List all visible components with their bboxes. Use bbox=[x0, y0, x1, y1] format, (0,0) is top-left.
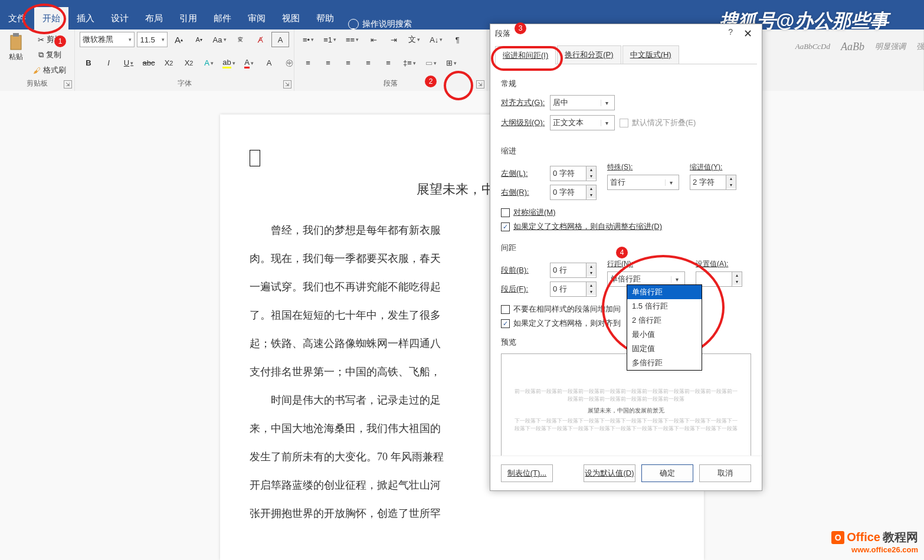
grow-font-button[interactable]: A▴ bbox=[170, 32, 188, 47]
spinner-down-icon[interactable]: ▾ bbox=[586, 173, 596, 179]
clipboard-launcher[interactable]: ⇲ bbox=[64, 80, 72, 89]
dialog-close-button[interactable]: ✕ bbox=[739, 27, 757, 40]
style-item-3[interactable]: 明显强调 bbox=[875, 41, 906, 52]
phonetic-guide-button[interactable]: 変 bbox=[231, 32, 249, 47]
tab-view[interactable]: 视图 bbox=[274, 7, 308, 30]
tab-home[interactable]: 开始 bbox=[34, 7, 68, 30]
tabs-button[interactable]: 制表位(T)... bbox=[501, 464, 553, 482]
tab-references[interactable]: 引用 bbox=[171, 7, 205, 30]
bold-button[interactable]: B bbox=[80, 55, 97, 71]
font-launcher[interactable]: ⇲ bbox=[283, 80, 291, 89]
autogrid-indent-checkbox[interactable]: ✓ bbox=[501, 222, 510, 231]
spinner-up-icon[interactable]: ▴ bbox=[586, 166, 596, 173]
style-item-1[interactable]: AaBbCcDd bbox=[795, 42, 830, 51]
tell-me-search[interactable]: 操作说明搜索 bbox=[348, 19, 412, 30]
bulb-icon bbox=[348, 19, 359, 30]
spinner-down-icon[interactable]: ▾ bbox=[732, 279, 742, 285]
distribute-button[interactable]: ≡ bbox=[379, 55, 397, 71]
spinner-up-icon[interactable]: ▴ bbox=[586, 185, 596, 192]
spinner-up-icon[interactable]: ▴ bbox=[726, 175, 736, 182]
indent-right-spinner[interactable]: 0 字符▴▾ bbox=[550, 185, 597, 200]
subscript-button[interactable]: X2 bbox=[160, 55, 178, 71]
text-effects-button[interactable]: A bbox=[200, 55, 218, 71]
sort-button[interactable]: A↓ bbox=[426, 32, 446, 47]
show-marks-button[interactable]: ¶ bbox=[448, 32, 466, 47]
set-default-button[interactable]: 设为默认值(D) bbox=[584, 464, 635, 482]
mirror-indent-checkbox[interactable] bbox=[501, 208, 510, 217]
spinner-up-icon[interactable]: ▴ bbox=[586, 263, 596, 270]
tab-insert[interactable]: 插入 bbox=[68, 7, 103, 30]
shading-button[interactable]: ▭ bbox=[422, 55, 440, 71]
align-right-button[interactable]: ≡ bbox=[339, 55, 357, 71]
snap-grid-checkbox[interactable]: ✓ bbox=[501, 319, 510, 328]
underline-button[interactable]: U bbox=[120, 55, 137, 71]
outline-combo[interactable]: 正文文本▾ bbox=[550, 115, 615, 130]
ribbon: 粘贴 ✂剪切 ⧉复制 🖌格式刷 剪贴板 ⇲ 微软雅黑 11.5 A▴ A▾ Aa… bbox=[0, 30, 924, 91]
dropdown-item-single[interactable]: 单倍行距 bbox=[627, 285, 702, 299]
dropdown-item-double[interactable]: 2 倍行距 bbox=[627, 313, 702, 328]
italic-button[interactable]: I bbox=[100, 55, 117, 71]
increase-indent-button[interactable]: ⇥ bbox=[385, 32, 402, 47]
multilevel-button[interactable]: ≡≡ bbox=[342, 32, 362, 47]
indent-by-spinner[interactable]: 2 字符▴▾ bbox=[690, 175, 751, 190]
dropdown-item-atleast[interactable]: 最小值 bbox=[627, 328, 702, 342]
clear-formatting-button[interactable]: A̸ bbox=[251, 32, 269, 47]
scissors-icon: ✂ bbox=[38, 35, 44, 44]
font-name-select[interactable]: 微软雅黑 bbox=[80, 32, 135, 47]
no-same-style-spacing-checkbox[interactable] bbox=[501, 305, 510, 314]
numbering-button[interactable]: ≡1 bbox=[320, 32, 340, 47]
chevron-down-icon: ▾ bbox=[601, 100, 612, 106]
enclose-char-button[interactable]: A bbox=[271, 32, 289, 47]
tab-review[interactable]: 审阅 bbox=[240, 7, 274, 30]
line-spacing-dropdown[interactable]: 单倍行距 1.5 倍行距 2 倍行距 最小值 固定值 多倍行距 bbox=[627, 284, 702, 371]
style-item-2[interactable]: AaBb bbox=[841, 41, 864, 53]
spinner-down-icon[interactable]: ▾ bbox=[726, 182, 736, 188]
align-left-button[interactable]: ≡ bbox=[299, 55, 317, 71]
ok-button[interactable]: 确定 bbox=[641, 464, 693, 482]
spinner-up-icon[interactable]: ▴ bbox=[586, 282, 596, 289]
bullets-button[interactable]: ≡• bbox=[299, 32, 317, 47]
spinner-down-icon[interactable]: ▾ bbox=[586, 192, 596, 198]
dialog-help-button[interactable]: ? bbox=[722, 27, 739, 40]
align-center-button[interactable]: ≡ bbox=[319, 55, 337, 71]
indent-left-spinner[interactable]: 0 字符▴▾ bbox=[550, 166, 597, 181]
tab-file[interactable]: 文件 bbox=[0, 7, 34, 30]
space-before-spinner[interactable]: 0 行▴▾ bbox=[550, 263, 597, 278]
tab-design[interactable]: 设计 bbox=[103, 7, 137, 30]
dialog-tab-pagebreak[interactable]: 换行和分页(P) bbox=[557, 45, 621, 64]
highlight-button[interactable]: ab bbox=[220, 55, 238, 71]
line-spacing-button[interactable]: ‡≡ bbox=[399, 55, 420, 71]
dialog-title: 段落 bbox=[495, 28, 510, 39]
justify-button[interactable]: ≡ bbox=[359, 55, 377, 71]
style-item-4[interactable]: 强 bbox=[916, 41, 924, 52]
tab-layout[interactable]: 布局 bbox=[137, 7, 171, 30]
shrink-font-button[interactable]: A▾ bbox=[190, 32, 208, 47]
dialog-tab-indent[interactable]: 缩进和间距(I) bbox=[495, 46, 556, 64]
tab-help[interactable]: 帮助 bbox=[308, 7, 342, 30]
spinner-up-icon[interactable]: ▴ bbox=[732, 272, 742, 279]
change-case-button[interactable]: Aa bbox=[210, 32, 229, 47]
dropdown-item-multiple[interactable]: 多倍行距 bbox=[627, 356, 702, 370]
spinner-down-icon[interactable]: ▾ bbox=[586, 289, 596, 295]
space-after-spinner[interactable]: 0 行▴▾ bbox=[550, 281, 597, 297]
tab-mail[interactable]: 邮件 bbox=[205, 7, 240, 30]
format-painter-button[interactable]: 🖌格式刷 bbox=[30, 63, 70, 78]
copy-button[interactable]: ⧉复制 bbox=[30, 47, 70, 63]
borders-button[interactable]: ⊞ bbox=[443, 55, 460, 71]
spacing-at-spinner[interactable]: ▴▾ bbox=[696, 271, 751, 287]
text-direction-button[interactable]: 文 bbox=[405, 32, 424, 47]
character-shading-button[interactable]: A bbox=[260, 55, 278, 71]
paste-button[interactable]: 粘贴 bbox=[5, 32, 27, 63]
font-color-button[interactable]: A bbox=[240, 55, 258, 71]
superscript-button[interactable]: X2 bbox=[180, 55, 198, 71]
spinner-down-icon[interactable]: ▾ bbox=[586, 270, 596, 276]
paragraph-launcher[interactable]: ⇲ bbox=[476, 80, 484, 89]
dialog-tab-chinese[interactable]: 中文版式(H) bbox=[622, 45, 679, 64]
cancel-button[interactable]: 取消 bbox=[699, 464, 751, 482]
align-combo[interactable]: 居中▾ bbox=[550, 95, 615, 110]
strikethrough-button[interactable]: abc bbox=[140, 55, 158, 71]
font-size-select[interactable]: 11.5 bbox=[137, 32, 168, 47]
special-combo[interactable]: 首行▾ bbox=[607, 175, 679, 190]
dropdown-item-1-5[interactable]: 1.5 倍行距 bbox=[627, 299, 702, 313]
decrease-indent-button[interactable]: ⇤ bbox=[365, 32, 382, 47]
